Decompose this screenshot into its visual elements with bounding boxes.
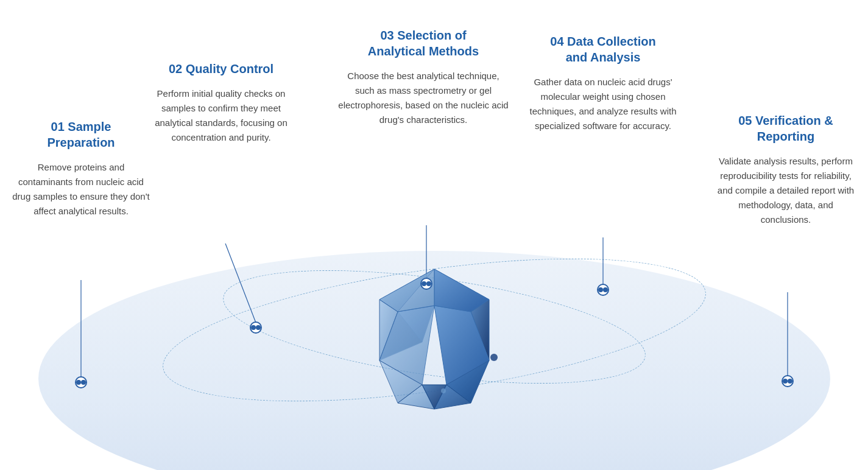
step-03-body: Choose the best analytical technique, su… bbox=[338, 69, 509, 127]
step-01-title: 01 Sample Preparation bbox=[11, 119, 151, 150]
step-02-body: Perform initial quality checks on sample… bbox=[151, 86, 291, 145]
connector-dot-05 bbox=[782, 375, 794, 387]
step-01: 01 Sample Preparation Remove proteins an… bbox=[11, 119, 151, 219]
step-03: 03 Selection of Analytical Methods Choos… bbox=[338, 27, 509, 127]
step-05: 05 Verification & Reporting Validate ana… bbox=[713, 113, 859, 227]
main-container: 01 Sample Preparation Remove proteins an… bbox=[0, 0, 868, 470]
step-04-body: Gather data on nucleic acid drugs' molec… bbox=[521, 75, 685, 133]
step-01-body: Remove proteins and contaminants from nu… bbox=[11, 160, 151, 219]
step-04-title: 04 Data Collection and Analysis bbox=[521, 33, 685, 65]
connector-dot-03 bbox=[420, 278, 432, 290]
step-05-title: 05 Verification & Reporting bbox=[713, 113, 859, 144]
step-05-body: Validate analysis results, perform repro… bbox=[713, 154, 859, 227]
connector-dot-02 bbox=[250, 321, 262, 334]
step-02: 02 Quality Control Perform initial quali… bbox=[151, 61, 291, 145]
step-02-title: 02 Quality Control bbox=[151, 61, 291, 77]
connector-dot-01 bbox=[75, 376, 87, 388]
connector-dot-04 bbox=[597, 284, 609, 296]
step-04: 04 Data Collection and Analysis Gather d… bbox=[521, 33, 685, 133]
steps-container: 01 Sample Preparation Remove proteins an… bbox=[0, 0, 868, 470]
step-03-title: 03 Selection of Analytical Methods bbox=[338, 27, 509, 59]
